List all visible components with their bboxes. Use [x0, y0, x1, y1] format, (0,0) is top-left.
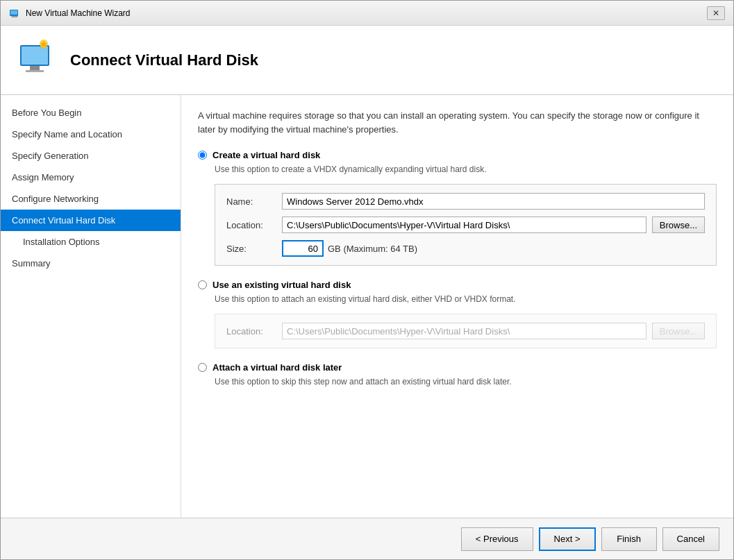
svg-rect-2 — [12, 17, 17, 17]
option2-radio[interactable] — [198, 280, 207, 289]
name-input[interactable] — [282, 193, 705, 210]
svg-rect-7 — [26, 70, 44, 72]
option2-form: Location: Browse... — [215, 314, 717, 348]
option2-browse-button: Browse... — [652, 323, 705, 339]
size-label: Size: — [226, 244, 282, 254]
sidebar-item-configure-networking[interactable]: Configure Networking — [1, 188, 181, 210]
option1-description: Use this option to create a VHDX dynamic… — [215, 164, 717, 174]
close-button[interactable]: ✕ — [707, 6, 725, 20]
main-layout: Before You Begin Specify Name and Locati… — [1, 95, 733, 518]
option1-text: Create a virtual hard disk — [212, 150, 320, 160]
header-icon — [15, 38, 59, 83]
sidebar-item-summary[interactable]: Summary — [1, 253, 181, 274]
option1-form: Name: Location: Browse... Size: GB (Maxi… — [215, 184, 717, 266]
option2-label[interactable]: Use an existing virtual hard disk — [198, 280, 717, 290]
option2-text: Use an existing virtual hard disk — [212, 280, 351, 290]
option2-location-row: Location: Browse... — [226, 323, 705, 339]
option1-radio[interactable] — [198, 151, 207, 160]
main-content: A virtual machine requires storage so th… — [181, 95, 733, 518]
option3-label[interactable]: Attach a virtual hard disk later — [198, 362, 717, 373]
wizard-window: New Virtual Machine Wizard ✕ Connect Vir… — [0, 0, 734, 560]
next-button[interactable]: Next > — [539, 527, 596, 551]
previous-button[interactable]: < Previous — [461, 527, 533, 551]
wizard-page-title: Connect Virtual Hard Disk — [70, 51, 258, 69]
option2-description: Use this option to attach an existing vi… — [215, 294, 717, 304]
finish-button[interactable]: Finish — [601, 527, 657, 551]
computer-with-star-icon — [15, 38, 59, 83]
sidebar-item-specify-generation[interactable]: Specify Generation — [1, 145, 181, 167]
svg-rect-3 — [11, 16, 18, 17]
option1-section: Create a virtual hard disk Use this opti… — [198, 150, 717, 266]
title-bar: New Virtual Machine Wizard ✕ — [1, 1, 733, 26]
option2-section: Use an existing virtual hard disk Use th… — [198, 280, 717, 348]
location-row: Location: Browse... — [226, 217, 705, 233]
wizard-footer: < Previous Next > Finish Cancel — [1, 518, 733, 559]
cancel-button[interactable]: Cancel — [662, 527, 719, 551]
sidebar: Before You Begin Specify Name and Locati… — [1, 95, 181, 518]
sidebar-item-assign-memory[interactable]: Assign Memory — [1, 167, 181, 188]
svg-rect-1 — [10, 10, 17, 15]
sidebar-item-connect-virtual-hard-disk[interactable]: Connect Virtual Hard Disk — [1, 210, 181, 231]
option2-location-label: Location: — [226, 326, 282, 337]
option3-radio[interactable] — [198, 363, 207, 372]
name-label: Name: — [226, 196, 282, 207]
window-title: New Virtual Machine Wizard — [26, 8, 131, 18]
option3-text: Attach a virtual hard disk later — [212, 362, 342, 373]
title-bar-left: New Virtual Machine Wizard — [9, 8, 131, 19]
page-description: A virtual machine requires storage so th… — [198, 109, 717, 136]
sidebar-item-before-you-begin[interactable]: Before You Begin — [1, 102, 181, 124]
svg-rect-5 — [22, 46, 48, 65]
svg-rect-6 — [30, 66, 40, 70]
wizard-header: Connect Virtual Hard Disk — [1, 26, 733, 95]
location-input[interactable] — [282, 217, 647, 233]
location-label: Location: — [226, 220, 282, 230]
option3-section: Attach a virtual hard disk later Use thi… — [198, 362, 717, 387]
size-suffix: GB (Maximum: 64 TB) — [328, 244, 417, 254]
option2-location-input — [282, 323, 647, 339]
location-browse-button[interactable]: Browse... — [652, 217, 705, 233]
option3-description: Use this option to skip this step now an… — [215, 377, 717, 387]
sidebar-item-specify-name-location[interactable]: Specify Name and Location — [1, 124, 181, 145]
option1-label[interactable]: Create a virtual hard disk — [198, 150, 717, 160]
window-icon — [9, 8, 20, 19]
size-row: Size: GB (Maximum: 64 TB) — [226, 240, 705, 257]
size-input[interactable] — [282, 240, 324, 257]
sidebar-item-installation-options[interactable]: Installation Options — [1, 231, 181, 253]
name-row: Name: — [226, 193, 705, 210]
